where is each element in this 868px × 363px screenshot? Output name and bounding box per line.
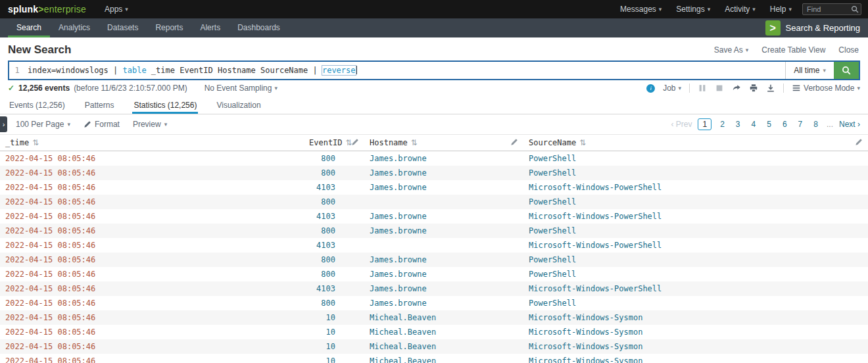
cell-sourcename[interactable]: PowerShell (523, 253, 868, 267)
cell-sourcename[interactable]: Microsoft-Windows-PowerShell (523, 209, 868, 224)
menu-settings[interactable]: Settings▾ (676, 5, 710, 14)
cell-time[interactable]: 2022-04-15 08:05:46 (0, 224, 304, 238)
cell-eventid[interactable]: 800 (304, 195, 364, 209)
cell-eventid[interactable]: 800 (304, 253, 364, 267)
cell-eventid[interactable]: 800 (304, 224, 364, 238)
cell-eventid[interactable]: 10 (304, 310, 364, 325)
search-mode-selector[interactable]: Verbose Mode ▾ (792, 84, 860, 93)
menu-activity[interactable]: Activity▾ (725, 5, 756, 14)
cell-sourcename[interactable]: Microsoft-Windows-Sysmon (523, 354, 868, 363)
sidebar-expand-button[interactable]: › (0, 116, 7, 132)
cell-time[interactable]: 2022-04-15 08:05:46 (0, 180, 304, 195)
cell-hostname[interactable] (364, 195, 523, 209)
app-name[interactable]: Search & Reporting (786, 23, 860, 33)
pagination-next[interactable]: Next › (839, 120, 860, 129)
pagination-page-1[interactable]: 1 (698, 118, 711, 130)
column-header-eventid[interactable]: EventID⇅ (304, 135, 364, 151)
cell-hostname[interactable]: James.browne (364, 267, 523, 281)
nav-tab-alerts[interactable]: Alerts (191, 18, 229, 37)
edit-column-icon[interactable] (855, 138, 863, 146)
results-tab-patterns[interactable]: Patterns (84, 96, 116, 114)
cell-sourcename[interactable]: Microsoft-Windows-Sysmon (523, 325, 868, 339)
close-button[interactable]: Close (838, 45, 859, 55)
column-header-hostname[interactable]: Hostname⇅ (364, 135, 523, 151)
column-header-sourcename[interactable]: SourceName⇅ (523, 135, 868, 151)
job-info-icon[interactable]: i (646, 84, 655, 93)
cell-eventid[interactable]: 4103 (304, 238, 364, 253)
pagination-page-2[interactable]: 2 (717, 118, 727, 130)
share-button[interactable] (732, 84, 741, 93)
results-tab-visualization[interactable]: Visualization (215, 96, 262, 114)
cell-eventid[interactable]: 4103 (304, 209, 364, 224)
cell-sourcename[interactable]: PowerShell (523, 296, 868, 310)
cell-hostname[interactable]: James.browne (364, 296, 523, 310)
stop-button[interactable] (715, 84, 724, 93)
cell-time[interactable]: 2022-04-15 08:05:46 (0, 281, 304, 296)
cell-eventid[interactable]: 10 (304, 325, 364, 339)
preview-selector[interactable]: Preview ▾ (133, 120, 167, 129)
cell-hostname[interactable]: James.browne (364, 151, 523, 166)
cell-time[interactable]: 2022-04-15 08:05:46 (0, 151, 304, 166)
cell-sourcename[interactable]: PowerShell (523, 166, 868, 180)
cell-eventid[interactable]: 800 (304, 151, 364, 166)
time-range-picker[interactable]: All time ▾ (785, 62, 834, 79)
cell-time[interactable]: 2022-04-15 08:05:46 (0, 209, 304, 224)
per-page-selector[interactable]: 100 Per Page ▾ (16, 120, 70, 129)
cell-time[interactable]: 2022-04-15 08:05:46 (0, 354, 304, 363)
cell-hostname[interactable]: James.browne (364, 253, 523, 267)
cell-sourcename[interactable]: Microsoft-Windows-PowerShell (523, 180, 868, 195)
edit-column-icon[interactable] (510, 138, 518, 146)
nav-tab-analytics[interactable]: Analytics (50, 18, 99, 37)
cell-hostname[interactable]: James.browne (364, 224, 523, 238)
cell-hostname[interactable]: Micheal.Beaven (364, 310, 523, 325)
cell-time[interactable]: 2022-04-15 08:05:46 (0, 253, 304, 267)
cell-eventid[interactable]: 800 (304, 267, 364, 281)
cell-eventid[interactable]: 4103 (304, 281, 364, 296)
results-tab-events-12-256[interactable]: Events (12,256) (8, 96, 66, 114)
cell-eventid[interactable]: 4103 (304, 180, 364, 195)
cell-sourcename[interactable]: PowerShell (523, 151, 868, 166)
nav-tab-search[interactable]: Search (8, 18, 50, 37)
cell-sourcename[interactable]: Microsoft-Windows-Sysmon (523, 310, 868, 325)
cell-sourcename[interactable]: PowerShell (523, 195, 868, 209)
cell-time[interactable]: 2022-04-15 08:05:46 (0, 296, 304, 310)
apps-menu[interactable]: Apps ▾ (105, 5, 128, 14)
nav-tab-dashboards[interactable]: Dashboards (229, 18, 289, 37)
pagination-page-8[interactable]: 8 (811, 118, 821, 130)
cell-sourcename[interactable]: PowerShell (523, 267, 868, 281)
pagination-page-4[interactable]: 4 (749, 118, 759, 130)
cell-sourcename[interactable]: Microsoft-Windows-PowerShell (523, 281, 868, 296)
cell-hostname[interactable]: Micheal.Beaven (364, 354, 523, 363)
results-tab-statistics-12-256[interactable]: Statistics (12,256) (132, 96, 198, 114)
cell-time[interactable]: 2022-04-15 08:05:46 (0, 238, 304, 253)
column-header-time[interactable]: _time⇅ (0, 135, 304, 151)
save-as-menu[interactable]: Save As ▾ (714, 45, 749, 55)
cell-hostname[interactable]: James.browne (364, 180, 523, 195)
cell-eventid[interactable]: 800 (304, 166, 364, 180)
cell-hostname[interactable]: Micheal.Beaven (364, 325, 523, 339)
format-button[interactable]: Format (84, 120, 120, 129)
cell-time[interactable]: 2022-04-15 08:05:46 (0, 325, 304, 339)
export-button[interactable] (766, 84, 775, 93)
cell-hostname[interactable]: James.browne (364, 281, 523, 296)
cell-hostname[interactable] (364, 238, 523, 253)
nav-tab-reports[interactable]: Reports (147, 18, 191, 37)
cell-time[interactable]: 2022-04-15 08:05:46 (0, 195, 304, 209)
pagination-page-5[interactable]: 5 (764, 118, 774, 130)
create-table-view-button[interactable]: Create Table View (761, 45, 825, 55)
find-search[interactable] (802, 3, 861, 15)
cell-eventid[interactable]: 800 (304, 296, 364, 310)
cell-hostname[interactable]: Micheal.Beaven (364, 339, 523, 354)
cell-time[interactable]: 2022-04-15 08:05:46 (0, 310, 304, 325)
menu-messages[interactable]: Messages▾ (620, 5, 662, 14)
nav-tab-datasets[interactable]: Datasets (99, 18, 147, 37)
cell-sourcename[interactable]: PowerShell (523, 224, 868, 238)
pagination-page-7[interactable]: 7 (796, 118, 806, 130)
search-reporting-app-icon[interactable]: > (765, 20, 781, 36)
cell-eventid[interactable]: 10 (304, 354, 364, 363)
cell-hostname[interactable]: James.browne (364, 166, 523, 180)
event-sampling-selector[interactable]: No Event Sampling ▾ (205, 84, 277, 93)
search-button[interactable] (834, 62, 859, 79)
cell-eventid[interactable]: 10 (304, 339, 364, 354)
menu-help[interactable]: Help▾ (770, 5, 792, 14)
